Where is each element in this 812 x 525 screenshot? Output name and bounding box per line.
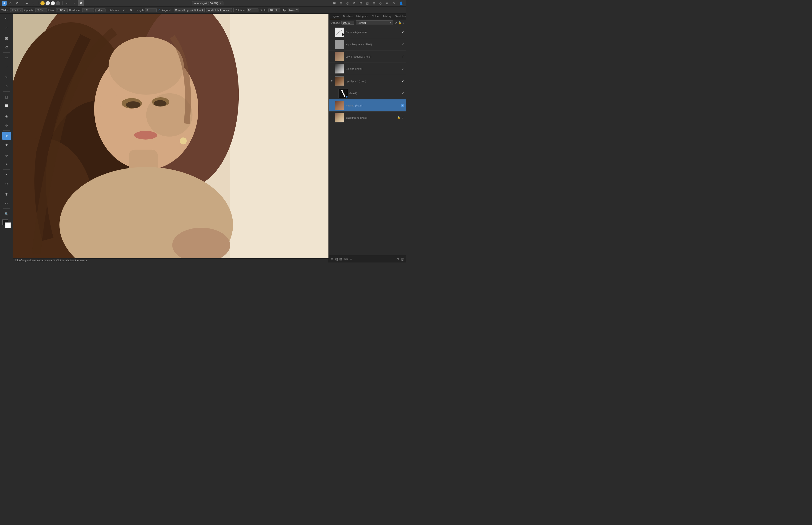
scale-input[interactable]: 100 % (268, 8, 280, 12)
clone-tool[interactable]: ⊕ (2, 132, 11, 140)
layer-visible-curves[interactable]: ✓ (402, 31, 404, 34)
snapping-btn[interactable]: ⊞ (331, 0, 337, 6)
add-global-source-button[interactable]: Add Global Source (206, 8, 232, 12)
more-button[interactable]: More (95, 8, 106, 12)
sponge-tool[interactable]: ⊛ (2, 160, 11, 168)
node-tool[interactable]: ⬡ (2, 180, 11, 188)
mask-btn[interactable]: ⊟ (339, 257, 342, 261)
background-color[interactable] (5, 222, 11, 228)
flip-dropdown[interactable]: None ▾ (288, 8, 299, 12)
pen-tool[interactable]: ✒ (2, 170, 11, 179)
layers-btn-tb[interactable]: ⊟ (371, 0, 377, 6)
tab-layers[interactable]: Layers (330, 14, 341, 19)
transform-tool[interactable]: ⤢ (2, 24, 11, 32)
stabiliser-toggle[interactable]: ⟳ (121, 7, 127, 13)
color-selector[interactable] (2, 220, 11, 228)
gradient-tool[interactable]: ◑ (2, 121, 11, 130)
app-logo[interactable]: A (2, 1, 6, 6)
opacity-input[interactable]: 20 % (35, 8, 47, 12)
undo-button[interactable]: ⟳ (8, 1, 13, 6)
clone-tool-tb[interactable]: ⊕ (351, 0, 357, 6)
flow-input[interactable]: 100 % (56, 8, 68, 12)
aligned-checkbox[interactable]: ✓ (158, 9, 160, 12)
panel-lock-icon[interactable]: 🔒 (398, 21, 401, 25)
blend-mode-dropdown[interactable]: Normal ▾ (356, 20, 393, 25)
adjustments-btn[interactable]: ⊡ (357, 0, 364, 6)
panel-settings-icon[interactable]: ⚙ (395, 21, 397, 25)
collapse-arrow-eye[interactable]: ▼ (331, 80, 333, 82)
selection-brush-tool[interactable]: ⊡ (2, 34, 11, 43)
layer-item-mask[interactable]: (Mask) ✓ (329, 87, 406, 100)
layer-item-background[interactable]: Background (Pixel) 🔒 ✓ (329, 111, 406, 124)
grid-btn[interactable]: ⊟ (338, 0, 344, 6)
heal-btn[interactable]: ◎ (344, 0, 351, 6)
eraser-tool[interactable]: ◻ (2, 93, 11, 101)
stock-btn[interactable]: ⧉ (390, 0, 397, 6)
crop-tool[interactable]: ✂ (2, 54, 11, 62)
shape-tool[interactable]: ▭ (2, 199, 11, 208)
color-profile-yellow[interactable] (41, 1, 45, 5)
layer-item-healing[interactable]: Healing (Pixel) ✓ (329, 100, 406, 111)
svg-point-18 (180, 137, 187, 145)
layer-visible-mask[interactable]: ✓ (402, 92, 404, 95)
heal-tool[interactable]: ✚ (2, 140, 11, 149)
dodge-burn-tool[interactable]: ◑ (2, 151, 11, 160)
panel-options-icon[interactable]: ≡ (402, 21, 404, 25)
crop-tool-btn[interactable]: ⟋ (71, 0, 77, 6)
brushes-btn[interactable]: ◙ (384, 0, 390, 6)
smear-tool[interactable]: ○ (2, 82, 11, 90)
tab-history[interactable]: History (381, 14, 393, 19)
layer-visible-cloning[interactable]: ✓ (402, 67, 404, 71)
layer-item-low-freq[interactable]: Low Frequency (Pixel) ✓ (329, 50, 406, 63)
layer-item-high-freq[interactable]: High Frequency (Pixel) ✓ (329, 38, 406, 50)
layer-checkbox-healing[interactable]: ✓ (401, 104, 404, 107)
layer-visible-hf[interactable]: ✓ (402, 43, 404, 46)
length-input[interactable]: 35 (145, 8, 157, 12)
tab-swatches[interactable]: Swatches (393, 14, 406, 19)
colour-btn[interactable]: ◌ (377, 0, 383, 6)
perspective-tool[interactable]: ⟋ (2, 62, 11, 71)
color-profile-white[interactable] (51, 1, 55, 5)
delete-layer-btn[interactable]: 🗑 (401, 257, 404, 261)
layer-visible-background[interactable]: ✓ (402, 116, 404, 119)
rotation-input[interactable]: 0 ° (247, 8, 258, 12)
color-profile-gray[interactable] (46, 1, 50, 5)
hardness-input[interactable]: 0 % (82, 8, 94, 12)
fill-tool[interactable]: ◈ (2, 112, 11, 121)
tab-brushes[interactable]: Brushes (341, 14, 354, 19)
share-button[interactable]: ⇧ (31, 1, 36, 6)
adjustment-btn[interactable]: ⌨ (343, 257, 348, 261)
layer-lock-background[interactable]: 🔒 (397, 116, 400, 119)
profile-btn[interactable]: 👤 (398, 0, 404, 6)
tab-colour[interactable]: Colour (370, 14, 381, 19)
add-layer-btn[interactable]: ⊕ (331, 257, 333, 261)
lasso-tool[interactable]: ⟲ (2, 43, 11, 51)
sample-dropdown[interactable]: Current Layer & Below ▾ (174, 8, 205, 12)
paint-brush-tool[interactable]: ✎ (2, 73, 11, 81)
width-input[interactable]: 155.1 px (10, 8, 23, 12)
layer-item-eye-flipped[interactable]: ▼ eye flipped (Pixel) ✓ (329, 75, 406, 87)
layer-item-cloning[interactable]: Cloning (Pixel) ✓ (329, 63, 406, 75)
zoom-tool[interactable]: 🔍 (2, 210, 11, 218)
history-btn[interactable]: ◱ (364, 0, 370, 6)
select-tool-btn[interactable]: ▭ (65, 0, 71, 6)
layer-effects-btn[interactable]: ✦ (350, 257, 352, 261)
layer-item-curves[interactable]: Curves Adjustment ✓ (329, 26, 406, 38)
move-tool[interactable]: ↖ (2, 15, 11, 23)
text-tool[interactable]: T (2, 190, 11, 198)
stabiliser-settings[interactable]: ⚙ (128, 7, 134, 13)
pixel-tool-btn[interactable]: ✕ (78, 0, 84, 6)
layers-panel-settings-icon[interactable]: ⚙ (396, 257, 399, 261)
back-button[interactable]: ⏮ (24, 1, 29, 6)
canvas-area[interactable]: Click·Drag to clone selected source. ⌘·C… (13, 14, 328, 262)
tab-histogram[interactable]: Histogram (354, 14, 370, 19)
main-area: ↖ ⤢ ⊡ ⟲ ✂ ⟋ ✎ ○ ◻ ⬜ ◈ ◑ ⊕ ✚ ◑ ⊛ ✒ ⬡ T ▭ … (0, 14, 406, 262)
color-profile-dark[interactable] (56, 1, 60, 5)
layer-visible-lf[interactable]: ✓ (402, 55, 404, 58)
background-eraser-tool[interactable]: ⬜ (2, 102, 11, 110)
group-layers-btn[interactable]: ◱ (335, 257, 338, 261)
layer-visible-eye[interactable]: ✓ (402, 79, 404, 83)
file-title-close[interactable]: × (219, 2, 221, 4)
opacity-value[interactable]: 100 % (341, 21, 354, 25)
redo-button[interactable]: ↺ (15, 1, 20, 6)
